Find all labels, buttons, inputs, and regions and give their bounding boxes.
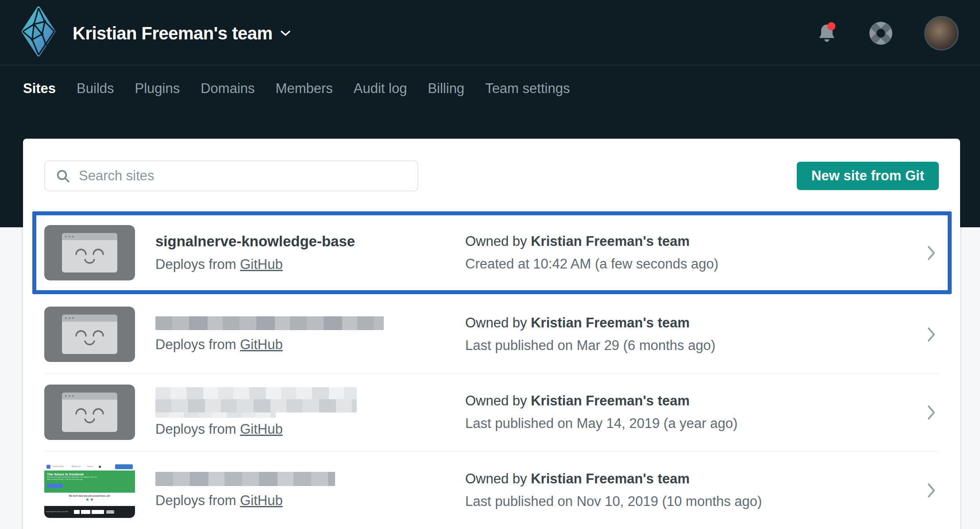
site-placeholder-thumbnail — [44, 307, 135, 362]
tab-members[interactable]: Members — [276, 81, 333, 97]
mini-nav-link: Contact — [87, 466, 93, 467]
redacted-site-name — [155, 387, 465, 418]
site-row-signalnerve-knowledge-base[interactable]: signalnerve-knowledge-base Deploys from … — [32, 211, 952, 294]
notifications-button[interactable] — [816, 22, 837, 45]
sites-toolbar: New site from Git — [23, 139, 960, 191]
mini-nav-link: Mailing List — [72, 466, 81, 467]
tab-team-settings[interactable]: Team settings — [485, 81, 570, 97]
site-screenshot-thumbnail: Frontend Jobs Mailing List Contact The f… — [44, 463, 135, 518]
mini-hero-title: The future is frontend — [47, 472, 132, 476]
twitter-icon — [99, 466, 101, 468]
netlify-logo-icon[interactable] — [21, 6, 56, 58]
site-name: signalnerve-knowledge-base — [155, 233, 465, 250]
github-link[interactable]: GitHub — [240, 337, 282, 352]
search-field-wrap — [44, 160, 418, 191]
site-placeholder-thumbnail — [44, 385, 135, 440]
tab-plugins[interactable]: Plugins — [135, 81, 180, 97]
mini-hero-button — [47, 484, 63, 488]
mini-subscribe-button: Subscribe — [106, 510, 114, 513]
owner-name: Kristian Freeman's team — [531, 471, 690, 486]
search-input[interactable] — [44, 160, 418, 191]
chevron-right-icon — [926, 326, 939, 343]
mini-nav-brand: Frontend Jobs — [53, 466, 64, 467]
owned-by-label: Owned by — [465, 315, 527, 331]
mini-footer-text: frontend jobs directly in your inbox — [46, 511, 61, 513]
site-row[interactable]: Deploys from GitHub Owned by Kristian Fr… — [44, 296, 939, 373]
mini-nav-button — [115, 464, 133, 469]
github-link[interactable]: GitHub — [240, 493, 282, 508]
deploys-from-label: Deploys from — [155, 257, 236, 272]
new-site-from-git-button[interactable]: New site from Git — [797, 162, 939, 190]
mini-site-logo — [46, 465, 50, 469]
owned-by-label: Owned by — [465, 233, 527, 249]
site-status: Last published on Nov 10, 2019 (10 month… — [465, 494, 926, 510]
redacted-site-name — [155, 472, 335, 486]
github-link[interactable]: GitHub — [240, 257, 282, 272]
top-bar: Kristian Freeman's team — [0, 0, 980, 66]
chevron-right-icon — [926, 404, 939, 421]
lifebuoy-icon — [868, 40, 893, 47]
site-row[interactable]: Deploys from GitHub Owned by Kristian Fr… — [44, 373, 939, 451]
deploys-from-label: Deploys from — [155, 421, 236, 437]
owner-name: Kristian Freeman's team — [531, 233, 690, 249]
user-avatar[interactable] — [924, 16, 959, 51]
team-nav: Sites Builds Plugins Domains Members Aud… — [23, 81, 570, 97]
bell-icon — [816, 39, 837, 46]
sites-card: New site from Git signalnerve-knowledge-… — [23, 139, 960, 529]
chevron-down-icon — [280, 29, 291, 37]
sites-list: signalnerve-knowledge-base Deploys from … — [23, 211, 960, 529]
site-status: Last published on Mar 29 (6 months ago) — [465, 338, 926, 354]
site-row[interactable]: Frontend Jobs Mailing List Contact The f… — [44, 451, 939, 529]
chevron-right-icon — [926, 245, 939, 261]
owned-by-label: Owned by — [465, 471, 527, 486]
tab-billing[interactable]: Billing — [428, 81, 464, 97]
owner-name: Kristian Freeman's team — [531, 393, 690, 408]
redacted-site-name — [155, 316, 384, 330]
tab-builds[interactable]: Builds — [77, 81, 114, 97]
deploys-from-label: Deploys from — [155, 337, 236, 352]
help-button[interactable] — [868, 21, 893, 46]
team-name: Kristian Freeman's team — [73, 23, 273, 43]
top-actions — [816, 0, 959, 66]
site-status: Created at 10:42 AM (a few seconds ago) — [465, 256, 926, 272]
site-placeholder-thumbnail — [44, 225, 135, 280]
owner-name: Kristian Freeman's team — [531, 315, 690, 331]
site-status: Last published on May 14, 2019 (a year a… — [465, 416, 926, 432]
team-switcher[interactable]: Kristian Freeman's team — [73, 0, 291, 66]
tab-domains[interactable]: Domains — [201, 81, 255, 97]
chevron-right-icon — [926, 482, 939, 499]
tab-audit-log[interactable]: Audit log — [354, 81, 407, 97]
github-link[interactable]: GitHub — [240, 421, 282, 437]
deploys-from-label: Deploys from — [155, 493, 236, 508]
mini-empty-state-text: We don't have any jobs posted here, yet! — [54, 495, 126, 497]
tab-sites[interactable]: Sites — [23, 81, 56, 97]
owned-by-label: Owned by — [465, 393, 527, 408]
